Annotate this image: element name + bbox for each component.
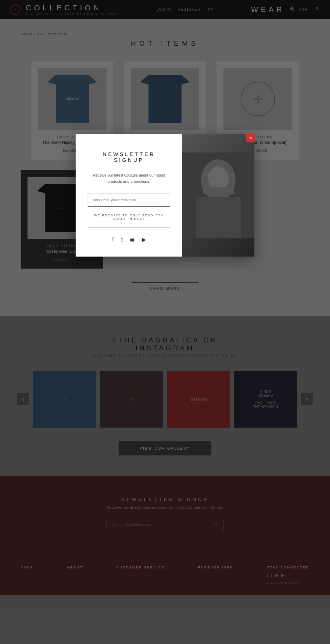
svg-point-3: [208, 166, 229, 190]
svg-rect-2: [196, 197, 241, 238]
modal-image-panel: [182, 134, 254, 257]
svg-rect-4: [203, 187, 234, 194]
modal-facebook-icon[interactable]: f: [112, 236, 113, 243]
modal-overlay[interactable]: × NEWSLETTER SIGNUP Receive our latest u…: [0, 0, 330, 644]
modal-youtube-icon[interactable]: ▶: [142, 236, 146, 243]
modal-description: Receive our latest updates about our lat…: [88, 172, 170, 184]
modal-email-submit[interactable]: →: [156, 193, 170, 206]
modal-close-button[interactable]: ×: [246, 133, 255, 142]
newsletter-modal: × NEWSLETTER SIGNUP Receive our latest u…: [76, 134, 254, 257]
modal-social-links: f 𝕥 ◉ ▶: [88, 236, 170, 243]
modal-content-left: NEWSLETTER SIGNUP Receive our latest upd…: [76, 134, 182, 257]
modal-divider: [120, 167, 138, 167]
modal-email-input[interactable]: [88, 193, 156, 206]
modal-image: [182, 134, 254, 257]
modal-instagram-icon[interactable]: ◉: [130, 236, 135, 243]
modal-twitter-icon[interactable]: 𝕥: [121, 236, 123, 243]
modal-promise-text: WE PROMISE TO ONLY SEND YOU GOOD THINGS!: [88, 214, 170, 228]
modal-email-form: →: [88, 193, 170, 207]
modal-title: NEWSLETTER SIGNUP: [88, 151, 170, 163]
